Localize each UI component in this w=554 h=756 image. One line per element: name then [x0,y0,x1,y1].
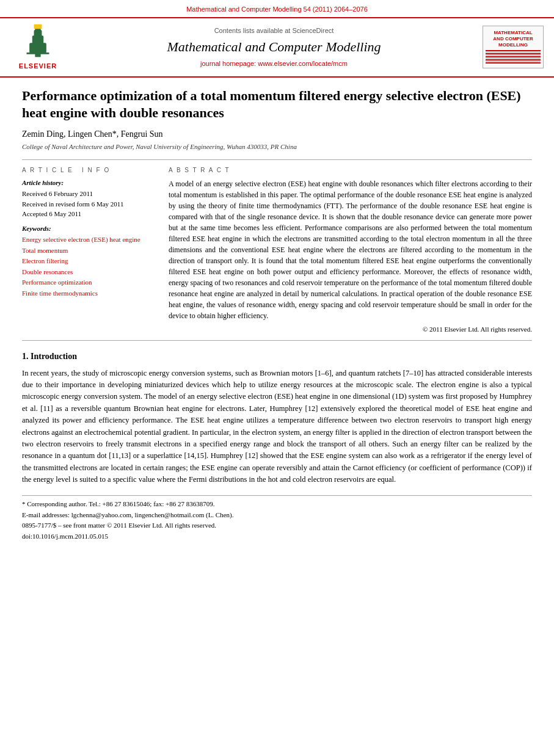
footnote-corresponding: * Corresponding author. Tel.: +86 27 836… [22,500,532,509]
divider-1 [22,159,532,160]
mcm-logo-box-container: MATHEMATICAL AND COMPUTER MODELLING [479,23,547,71]
paper-body: Performance optimization of a total mome… [0,78,554,552]
copyright-line: © 2011 Elsevier Ltd. All rights reserved… [169,325,532,334]
paper-affiliation: College of Naval Architecture and Power,… [22,142,532,151]
journal-volume-text: Mathematical and Computer Modelling 54 (… [186,5,368,13]
article-info-section-head: A R T I C L E I N F O [22,166,156,175]
paper-title: Performance optimization of a total mome… [22,87,532,122]
mcm-logo-decoration [486,49,541,64]
keyword-6: Finite time thermodynamics [22,288,156,299]
divider-2 [22,340,532,341]
svg-rect-5 [34,24,42,29]
journal-homepage-text: journal homepage: www.elsevier.com/locat… [68,59,479,68]
article-info-column: A R T I C L E I N F O Article history: R… [22,166,156,334]
footnote-email: E-mail addresses: lgchenna@yahoo.com, li… [22,511,532,520]
abstract-text: A model of an energy selective electron … [169,178,532,321]
keyword-3: Electron filtering [22,256,156,267]
revised-date: Received in revised form 6 May 2011 [22,199,156,209]
journal-homepage-link[interactable]: www.elsevier.com/locate/mcm [258,60,348,67]
keyword-5: Performance optimization [22,277,156,288]
abstract-column: A B S T R A C T A model of an energy sel… [169,166,532,334]
footnote-area: * Corresponding author. Tel.: +86 27 836… [22,495,532,541]
abstract-section-head: A B S T R A C T [169,166,532,175]
article-history-label: Article history: [22,178,156,187]
article-info-abstract: A R T I C L E I N F O Article history: R… [22,166,532,334]
mcm-logo-title: MATHEMATICAL AND COMPUTER MODELLING [493,30,533,48]
elsevier-tree-icon [16,23,59,60]
paper-authors: Zemin Ding, Lingen Chen*, Fengrui Sun [22,128,532,140]
footnote-issn: 0895-7177/$ – see front matter © 2011 El… [22,521,532,530]
accepted-date: Accepted 6 May 2011 [22,209,156,219]
section1-title: 1. Introduction [22,351,532,363]
keyword-1: Energy selective electron (ESE) heat eng… [22,234,156,245]
elsevier-logo: ELSEVIER [7,23,68,71]
keywords-label: Keywords: [22,224,156,233]
keyword-4: Double resonances [22,267,156,278]
elsevier-label: ELSEVIER [19,62,57,71]
keyword-2: Total momentum [22,245,156,256]
received-date: Received 6 February 2011 [22,189,156,199]
mcm-journal-logo: MATHEMATICAL AND COMPUTER MODELLING [483,26,544,68]
section1-text1: In recent years, the study of microscopi… [22,368,532,486]
contents-available-text: Contents lists available at ScienceDirec… [68,26,479,35]
journal-header: ELSEVIER Contents lists available at Sci… [0,18,554,77]
journal-title: Mathematical and Computer Modelling [68,38,479,57]
footnote-doi: doi:10.1016/j.mcm.2011.05.015 [22,532,532,541]
svg-rect-6 [27,53,49,54]
journal-header-center: Contents lists available at ScienceDirec… [68,23,479,71]
top-bar: Mathematical and Computer Modelling 54 (… [0,0,554,18]
